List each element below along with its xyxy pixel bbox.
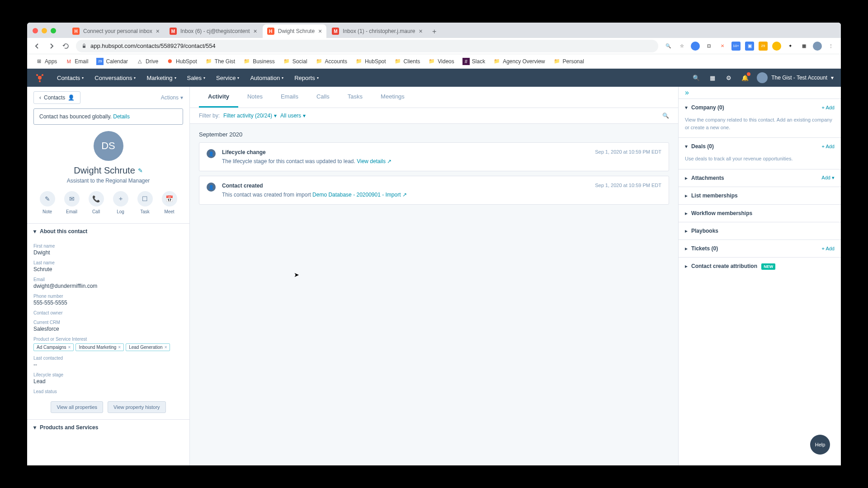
attribution-header[interactable]: ▸ Contact create attribution NEW bbox=[679, 258, 841, 275]
contact-avatar[interactable]: DS bbox=[94, 131, 123, 161]
first-name-value[interactable]: Dwight bbox=[33, 249, 183, 256]
remove-tag-icon[interactable]: × bbox=[118, 345, 121, 350]
settings-icon[interactable]: ⚙ bbox=[724, 73, 733, 82]
extension-icon[interactable]: ▣ bbox=[745, 42, 754, 51]
notifications-icon[interactable]: 🔔 bbox=[741, 73, 750, 82]
about-contact-header[interactable]: ▾ About this contact bbox=[27, 223, 189, 239]
call-button[interactable]: 📞Call bbox=[89, 191, 104, 214]
attachments-header[interactable]: ▸ Attachments Add ▾ bbox=[679, 169, 841, 187]
add-company-link[interactable]: + Add bbox=[822, 105, 835, 110]
task-button[interactable]: ☐Task bbox=[137, 191, 153, 214]
star-icon[interactable]: ☆ bbox=[677, 42, 686, 51]
tab-calls[interactable]: Calls bbox=[307, 87, 339, 108]
back-button[interactable] bbox=[33, 42, 42, 51]
nav-contacts[interactable]: Contacts▾ bbox=[52, 72, 88, 84]
view-details-link[interactable]: View details ↗ bbox=[357, 158, 392, 164]
help-button[interactable]: Help bbox=[810, 435, 830, 455]
bookmark-folder[interactable]: 📁Videos bbox=[425, 56, 457, 67]
import-link[interactable]: Demo Database - 20200901 - Import ↗ bbox=[312, 192, 407, 198]
remove-tag-icon[interactable]: × bbox=[68, 345, 71, 350]
browser-tab[interactable]: H Connect your personal inbox × bbox=[68, 24, 164, 38]
account-menu[interactable]: The Gist - Test Account ▾ bbox=[757, 72, 834, 83]
timeline-event[interactable]: 👤 Sep 1, 2020 at 10:59 PM EDT Contact cr… bbox=[199, 176, 669, 205]
last-contacted-value[interactable]: -- bbox=[33, 361, 183, 368]
tab-tasks[interactable]: Tasks bbox=[339, 87, 372, 108]
hubspot-logo-icon[interactable] bbox=[34, 72, 45, 83]
collapse-panel-icon[interactable]: » bbox=[679, 87, 841, 99]
bookmark-folder[interactable]: 📁Clients bbox=[392, 56, 423, 67]
email-value[interactable]: dwight@dundermifflin.com bbox=[33, 283, 183, 289]
nav-automation[interactable]: Automation▾ bbox=[245, 72, 288, 84]
tab-meetings[interactable]: Meetings bbox=[372, 87, 414, 108]
extension-icon[interactable]: 29 bbox=[759, 42, 768, 51]
company-header[interactable]: ▾ Company (0) + Add bbox=[679, 99, 841, 116]
bookmark-email[interactable]: MEmail bbox=[62, 56, 91, 67]
nav-reports[interactable]: Reports▾ bbox=[290, 72, 323, 84]
last-name-value[interactable]: Schrute bbox=[33, 266, 183, 272]
deals-header[interactable]: ▾ Deals (0) + Add bbox=[679, 138, 841, 155]
add-ticket-link[interactable]: + Add bbox=[822, 246, 835, 251]
filter-activity-dropdown[interactable]: Filter activity (20/24) ▾ bbox=[223, 113, 277, 119]
extension-icon[interactable] bbox=[772, 42, 781, 51]
nav-conversations[interactable]: Conversations▾ bbox=[90, 72, 140, 84]
add-attachment-link[interactable]: Add ▾ bbox=[821, 175, 835, 181]
extensions-icon[interactable]: ✦ bbox=[786, 42, 795, 51]
bookmark-folder[interactable]: 📁Agency Overview bbox=[491, 56, 547, 67]
new-tab-button[interactable]: + bbox=[428, 25, 441, 38]
browser-tab-active[interactable]: H Dwight Schrute × bbox=[263, 24, 327, 38]
log-button[interactable]: ＋Log bbox=[113, 191, 128, 214]
bookmark-folder[interactable]: 📁The Gist bbox=[203, 56, 238, 67]
extension-icon[interactable]: ⊡ bbox=[704, 42, 713, 51]
playbooks-header[interactable]: ▸ Playbooks bbox=[679, 222, 841, 239]
back-to-contacts-button[interactable]: ‹ Contacts 👤 bbox=[33, 91, 80, 104]
minimize-window-icon[interactable] bbox=[42, 28, 47, 33]
tag[interactable]: Lead Generation× bbox=[126, 343, 170, 351]
reload-button[interactable] bbox=[61, 42, 71, 51]
marketplace-icon[interactable]: ▦ bbox=[708, 73, 717, 82]
tag[interactable]: Inbound Marketing× bbox=[75, 343, 124, 351]
extension-icon[interactable]: 10+ bbox=[731, 42, 741, 51]
bookmark-folder[interactable]: 📁HubSpot bbox=[353, 56, 389, 67]
forward-button[interactable] bbox=[47, 42, 56, 51]
search-icon[interactable]: 🔍 bbox=[692, 73, 701, 82]
bookmark-drive[interactable]: △Drive bbox=[133, 56, 161, 67]
view-property-history-button[interactable]: View property history bbox=[108, 401, 166, 413]
bookmark-slack[interactable]: #Slack bbox=[460, 56, 488, 67]
timeline-event[interactable]: 👤 Sep 1, 2020 at 10:59 PM EDT Lifecycle … bbox=[199, 142, 669, 171]
phone-value[interactable]: 555-555-5555 bbox=[33, 300, 183, 306]
view-all-properties-button[interactable]: View all properties bbox=[51, 401, 103, 413]
nav-service[interactable]: Service▾ bbox=[212, 72, 244, 84]
bookmark-folder[interactable]: 📁Social bbox=[280, 56, 310, 67]
workflow-memberships-header[interactable]: ▸ Workflow memberships bbox=[679, 205, 841, 222]
crm-value[interactable]: Salesforce bbox=[33, 326, 183, 332]
add-deal-link[interactable]: + Add bbox=[822, 144, 835, 149]
tab-emails[interactable]: Emails bbox=[272, 87, 307, 108]
close-window-icon[interactable] bbox=[33, 28, 38, 33]
meet-button[interactable]: 📅Meet bbox=[162, 191, 177, 214]
bookmark-calendar[interactable]: 29Calendar bbox=[94, 56, 131, 67]
tab-notes[interactable]: Notes bbox=[238, 87, 272, 108]
note-button[interactable]: ✎Note bbox=[40, 191, 55, 214]
browser-tab[interactable]: M Inbox (1) - christopher.j.maure × bbox=[327, 24, 427, 38]
url-field[interactable]: app.hubspot.com/contacts/5589279/contact… bbox=[76, 40, 658, 52]
remove-tag-icon[interactable]: × bbox=[165, 345, 167, 350]
bookmark-folder[interactable]: 📁Personal bbox=[551, 56, 587, 67]
interest-tags[interactable]: Ad Campaigns× Inbound Marketing× Lead Ge… bbox=[33, 343, 183, 351]
extension-icon[interactable] bbox=[691, 42, 700, 51]
search-timeline-icon[interactable]: 🔍 bbox=[662, 113, 669, 119]
bookmark-apps[interactable]: ⊞Apps bbox=[33, 56, 60, 67]
products-services-header[interactable]: ▾ Products and Services bbox=[27, 419, 189, 435]
extension-icon[interactable]: ✕ bbox=[718, 42, 727, 51]
maximize-window-icon[interactable] bbox=[51, 28, 56, 33]
actions-menu[interactable]: Actions ▾ bbox=[161, 94, 183, 101]
menu-icon[interactable]: ⋮ bbox=[826, 42, 835, 51]
bookmark-folder[interactable]: 📁Business bbox=[241, 56, 278, 67]
nav-marketing[interactable]: Marketing▾ bbox=[142, 72, 180, 84]
all-users-dropdown[interactable]: All users ▾ bbox=[280, 113, 306, 119]
email-button[interactable]: ✉Email bbox=[64, 191, 80, 214]
close-tab-icon[interactable]: × bbox=[419, 28, 422, 35]
nav-sales[interactable]: Sales▾ bbox=[183, 72, 210, 84]
details-link[interactable]: Details bbox=[113, 113, 130, 120]
bookmark-folder[interactable]: 📁Accounts bbox=[313, 56, 350, 67]
extension-icon[interactable]: ▦ bbox=[799, 42, 808, 51]
